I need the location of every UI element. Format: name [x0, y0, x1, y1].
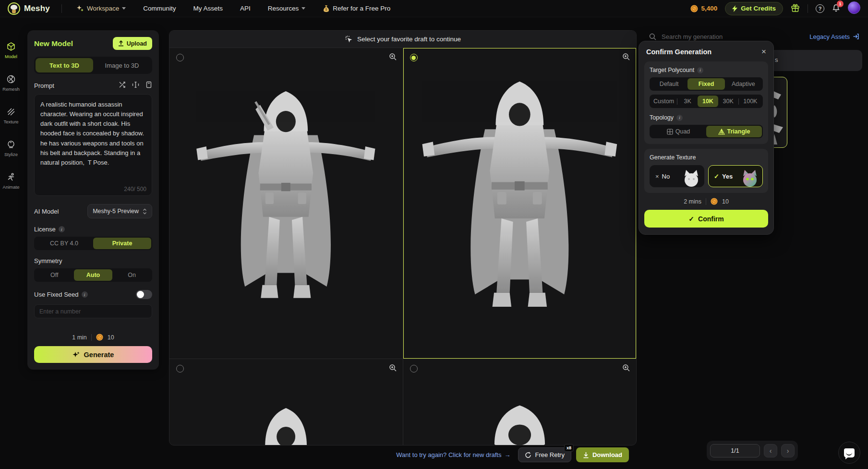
- mode-tabs: Text to 3D Image to 3D: [34, 57, 152, 74]
- char-counter: 240/ 500: [124, 186, 146, 192]
- new-drafts-link[interactable]: Want to try again? Click for new drafts …: [393, 451, 513, 459]
- next-page-button[interactable]: ›: [781, 444, 795, 457]
- nav-divider: [808, 4, 808, 13]
- cost-text: 10: [722, 198, 729, 205]
- generate-button[interactable]: Generate: [34, 346, 152, 363]
- meshy-logo-text: Meshy: [24, 4, 50, 13]
- nav-workspace[interactable]: Workspace: [73, 4, 129, 13]
- topology-label: Topology i: [650, 114, 763, 121]
- polycount-30k[interactable]: 30K: [718, 96, 738, 107]
- close-icon[interactable]: ×: [761, 48, 766, 56]
- eta-text: 2 mins: [684, 198, 701, 205]
- notifications-button[interactable]: 1: [832, 3, 840, 13]
- nav-resources[interactable]: Resources: [265, 4, 309, 12]
- tool-rail: Model Remesh Texture Stylize Animate: [0, 17, 22, 469]
- get-credits-button[interactable]: Get Credits: [725, 2, 783, 15]
- info-icon[interactable]: i: [82, 291, 88, 298]
- rail-item-texture[interactable]: Texture: [0, 107, 21, 125]
- download-button[interactable]: Download: [576, 447, 629, 462]
- prev-page-button[interactable]: ‹: [764, 444, 777, 457]
- coin-icon: [690, 5, 698, 12]
- zoom-in-icon[interactable]: [389, 364, 397, 373]
- notification-badge: 1: [837, 0, 844, 7]
- draft-option-1[interactable]: [169, 48, 403, 359]
- info-icon[interactable]: i: [59, 226, 65, 232]
- draft-radio[interactable]: [176, 54, 184, 61]
- rail-item-stylize[interactable]: Stylize: [1, 139, 21, 157]
- polycount-default[interactable]: Default: [651, 78, 687, 90]
- running-figure-icon: [6, 172, 16, 182]
- credit-balance[interactable]: 5,400: [690, 5, 717, 12]
- tab-text-to-3d[interactable]: Text to 3D: [36, 58, 93, 72]
- generation-cost: 1 min 10: [34, 334, 152, 341]
- arrow-right-icon: →: [504, 451, 510, 458]
- topology-quad[interactable]: Quad: [651, 126, 706, 137]
- chevron-down-icon: [122, 7, 126, 10]
- polycount-mode-segment: Default Fixed Adaptive: [650, 77, 763, 91]
- legacy-assets-link[interactable]: Legacy Assets: [807, 33, 862, 41]
- user-avatar[interactable]: [848, 1, 860, 15]
- polycount-custom[interactable]: Custom: [651, 96, 677, 107]
- draft-radio[interactable]: [410, 365, 418, 373]
- seed-toggle[interactable]: [136, 290, 152, 299]
- tab-image-to-3d[interactable]: Image to 3D: [93, 58, 151, 72]
- symmetry-auto[interactable]: Auto: [74, 269, 113, 281]
- confirm-button[interactable]: ✓ Confirm: [644, 210, 768, 228]
- gift-button[interactable]: [791, 3, 800, 14]
- prompt-textarea[interactable]: A realistic humanoid assassin character.…: [34, 94, 152, 196]
- license-cc-by[interactable]: CC BY 4.0: [35, 238, 93, 249]
- x-icon: ×: [655, 173, 659, 180]
- eta-text: 1 min: [72, 334, 87, 341]
- untextured-cat-thumbnail: [681, 168, 702, 187]
- draft-radio[interactable]: [176, 365, 184, 373]
- info-icon[interactable]: i: [697, 67, 703, 73]
- seed-input[interactable]: [34, 304, 152, 318]
- draft-header: Select your favorite draft to continue: [169, 31, 636, 48]
- random-prompt-icon[interactable]: [119, 81, 126, 90]
- polycount-adaptive[interactable]: Adaptive: [725, 78, 762, 90]
- rail-item-animate[interactable]: Animate: [0, 172, 22, 190]
- search-input[interactable]: [661, 33, 757, 41]
- rail-item-model[interactable]: Model: [2, 41, 20, 60]
- confirm-generation-dialog: Confirm Generation × Target Polycount i …: [639, 41, 774, 235]
- zoom-in-icon[interactable]: [622, 53, 630, 62]
- polycount-fixed[interactable]: Fixed: [687, 78, 724, 90]
- draft-option-3[interactable]: [169, 359, 403, 445]
- nav-refer[interactable]: $ Refer for a Free Pro: [320, 4, 393, 13]
- chat-support-button[interactable]: [838, 442, 860, 464]
- page-indicator[interactable]: 1/1: [710, 444, 760, 457]
- license-private[interactable]: Private: [93, 238, 151, 249]
- nav-api[interactable]: API: [237, 4, 253, 12]
- nav-community[interactable]: Community: [140, 4, 179, 12]
- notebook-icon[interactable]: [145, 81, 152, 90]
- draft-selection-area: Select your favorite draft to continue: [169, 30, 637, 445]
- texture-yes-option[interactable]: ✓ Yes: [708, 165, 763, 187]
- free-retry-button[interactable]: Free Retry x8: [518, 447, 571, 462]
- symmetry-label: Symmetry: [34, 257, 152, 265]
- polycount-100k[interactable]: 100K: [739, 96, 762, 107]
- lightning-icon: [732, 5, 737, 12]
- draft-option-2[interactable]: [403, 48, 637, 359]
- cube-icon: [6, 42, 16, 51]
- meshy-logo[interactable]: Meshy: [8, 2, 50, 15]
- draft-radio-selected[interactable]: [410, 54, 418, 61]
- rail-item-remesh[interactable]: Remesh: [0, 74, 23, 92]
- symmetry-off[interactable]: Off: [35, 269, 74, 281]
- textured-cat-thumbnail: [739, 168, 760, 187]
- polycount-10k[interactable]: 10K: [698, 96, 718, 107]
- zoom-in-icon[interactable]: [389, 53, 397, 62]
- draft-option-4[interactable]: [403, 359, 637, 445]
- upload-button[interactable]: Upload: [113, 37, 152, 50]
- dialog-cost-row: 2 mins 10: [639, 198, 773, 205]
- help-button[interactable]: ?: [816, 4, 824, 13]
- info-icon[interactable]: i: [676, 115, 683, 121]
- nav-my-assets[interactable]: My Assets: [190, 4, 226, 12]
- remesh-icon: [6, 74, 16, 84]
- polycount-3k[interactable]: 3K: [677, 96, 698, 107]
- texture-no-option[interactable]: × No: [650, 165, 704, 187]
- text-cursor-icon[interactable]: [132, 81, 139, 90]
- zoom-in-icon[interactable]: [622, 364, 630, 373]
- topology-triangle[interactable]: Triangle: [706, 126, 762, 137]
- ai-model-select[interactable]: Meshy-5 Preview: [87, 204, 152, 218]
- symmetry-on[interactable]: On: [112, 269, 151, 281]
